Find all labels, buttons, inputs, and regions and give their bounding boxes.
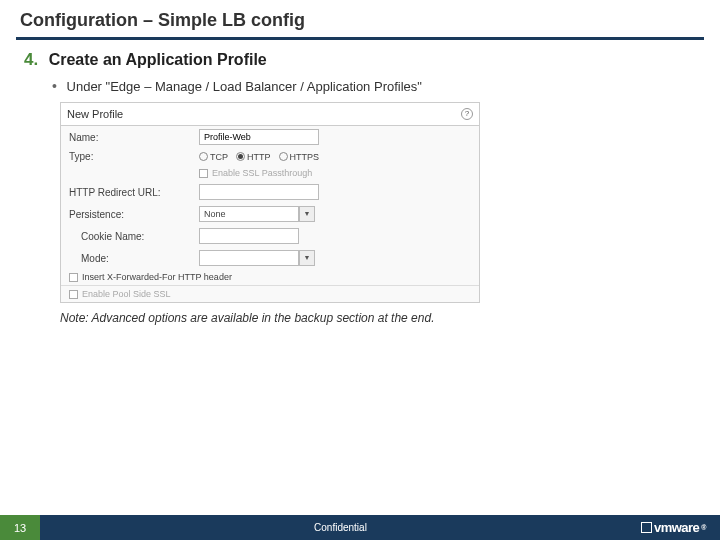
type-radio-group: TCP HTTP HTTPS — [199, 152, 319, 162]
persistence-select[interactable]: None ▼ — [199, 206, 315, 222]
ssl-passthrough-row: Enable SSL Passthrough — [61, 165, 479, 181]
radio-https-label: HTTPS — [290, 152, 320, 162]
step-title: Create an Application Profile — [49, 51, 267, 69]
cookie-row: Cookie Name: — [61, 225, 479, 247]
bullet-row: • Under "Edge – Manage / Load Balancer /… — [52, 78, 696, 94]
help-icon[interactable]: ? — [461, 108, 473, 120]
note-text: Note: Advanced options are available in … — [60, 311, 696, 325]
logo-text: vmware — [654, 520, 699, 535]
title-divider — [16, 37, 704, 40]
type-row: Type: TCP HTTP HTTPS — [61, 148, 479, 165]
logo-registered-icon: ® — [701, 524, 706, 531]
dialog-title: New Profile — [67, 108, 123, 120]
cookie-input[interactable] — [199, 228, 299, 244]
redirect-label: HTTP Redirect URL: — [69, 187, 199, 198]
page-number: 13 — [0, 515, 40, 540]
vmware-logo: vmware ® — [641, 520, 720, 535]
pool-ssl-checkbox[interactable] — [69, 290, 78, 299]
footer: 13 Confidential vmware ® — [0, 515, 720, 540]
mode-value — [199, 250, 299, 266]
ssl-passthrough-label: Enable SSL Passthrough — [212, 168, 312, 178]
persistence-row: Persistence: None ▼ — [61, 203, 479, 225]
bullet-text: Under "Edge – Manage / Load Balancer / A… — [67, 79, 422, 94]
name-input[interactable] — [199, 129, 319, 145]
step-number: 4. — [24, 50, 38, 70]
xff-label: Insert X-Forwarded-For HTTP header — [82, 272, 232, 282]
ssl-passthrough-checkbox[interactable] — [199, 169, 208, 178]
confidential-label: Confidential — [40, 522, 641, 533]
radio-http[interactable]: HTTP — [236, 152, 271, 162]
logo-box-icon — [641, 522, 652, 533]
cookie-label: Cookie Name: — [69, 231, 199, 242]
redirect-input[interactable] — [199, 184, 319, 200]
chevron-down-icon: ▼ — [299, 206, 315, 222]
redirect-row: HTTP Redirect URL: — [61, 181, 479, 203]
radio-http-label: HTTP — [247, 152, 271, 162]
mode-label: Mode: — [69, 253, 199, 264]
chevron-down-icon: ▼ — [299, 250, 315, 266]
radio-icon — [236, 152, 245, 161]
name-label: Name: — [69, 132, 199, 143]
dialog-header: New Profile ? — [61, 103, 479, 126]
type-label: Type: — [69, 151, 199, 162]
bullet-dot-icon: • — [52, 78, 57, 94]
slide-title: Configuration – Simple LB config — [0, 0, 720, 37]
persistence-label: Persistence: — [69, 209, 199, 220]
radio-tcp-label: TCP — [210, 152, 228, 162]
xff-row: Insert X-Forwarded-For HTTP header — [61, 269, 479, 285]
radio-icon — [199, 152, 208, 161]
name-row: Name: — [61, 126, 479, 148]
radio-tcp[interactable]: TCP — [199, 152, 228, 162]
persistence-value: None — [199, 206, 299, 222]
radio-https[interactable]: HTTPS — [279, 152, 320, 162]
pool-ssl-row: Enable Pool Side SSL — [61, 285, 479, 302]
radio-icon — [279, 152, 288, 161]
mode-select[interactable]: ▼ — [199, 250, 315, 266]
pool-ssl-label: Enable Pool Side SSL — [82, 289, 171, 299]
step-row: 4. Create an Application Profile — [24, 50, 696, 70]
new-profile-dialog: New Profile ? Name: Type: TCP HTTP HTT — [60, 102, 480, 303]
xff-checkbox[interactable] — [69, 273, 78, 282]
content-area: 4. Create an Application Profile • Under… — [0, 50, 720, 325]
mode-row: Mode: ▼ — [61, 247, 479, 269]
